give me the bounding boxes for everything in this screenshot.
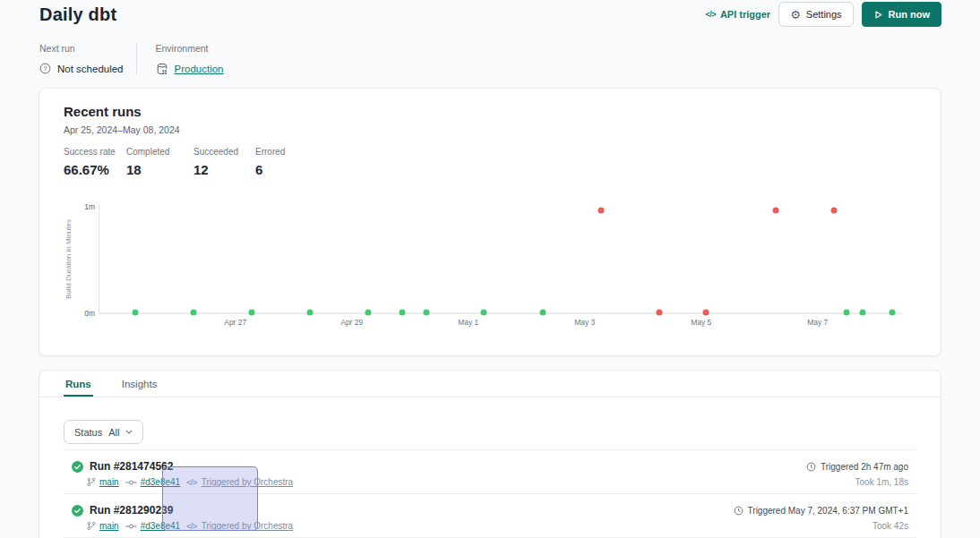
run-data-point-success[interactable] <box>306 309 313 315</box>
runs-card: Runs Insights Status All Run #281474562 <box>39 370 941 538</box>
recent-runs-card: Recent runs Apr 25, 2024–May 08, 2024 Su… <box>39 88 941 356</box>
run-row-left: Run #281474562 main <box>72 460 293 493</box>
run-data-point-success[interactable] <box>190 309 196 315</box>
y-tick-label: 1m <box>84 202 95 211</box>
triggered-time: Triggered 2h 47m ago <box>821 462 908 472</box>
job-meta: Next run ? Not scheduled Environment Pro… <box>39 43 236 75</box>
status-filter-value: All <box>108 427 119 438</box>
chevron-down-icon <box>125 430 133 434</box>
run-now-label: Run now <box>889 9 930 20</box>
trigger-source-link[interactable]: </> Triggered by Orchestra <box>186 477 293 487</box>
next-run-value-row: ? Not scheduled <box>39 63 124 74</box>
run-data-point-error[interactable] <box>772 207 778 213</box>
header-actions: </> API trigger ⚙ Settings Run now <box>705 2 941 27</box>
settings-label: Settings <box>806 9 842 20</box>
check-circle-icon <box>72 461 83 473</box>
code-icon: </> <box>186 478 197 487</box>
environment-label: Environment <box>156 43 224 54</box>
environment-value-row: Production <box>156 63 224 75</box>
run-data-point-success[interactable] <box>539 309 546 315</box>
svg-text:?: ? <box>44 65 47 72</box>
code-icon: </> <box>705 10 716 19</box>
x-tick-label: May 1 <box>458 318 478 327</box>
run-data-point-success[interactable] <box>859 309 865 315</box>
tab-insights[interactable]: Insights <box>120 371 159 397</box>
clock-icon <box>806 462 816 472</box>
stat-succeeded: Succeeded 12 <box>193 147 255 177</box>
run-data-point-success[interactable] <box>248 309 254 315</box>
run-data-point-success[interactable] <box>423 309 429 315</box>
gear-icon: ⚙ <box>790 9 801 21</box>
x-tick-label: May 5 <box>691 318 711 327</box>
run-stats: Success rate 66.67% Completed 18 Succeed… <box>64 147 318 177</box>
code-icon: </> <box>186 522 197 531</box>
chart-y-axis-label: Build Duration in Minutes <box>64 206 73 313</box>
y-tick-label: 0m <box>84 309 95 318</box>
run-data-point-success[interactable] <box>889 309 895 315</box>
run-row-right: Triggered 2h 47m ago Took 1m, 18s <box>806 460 908 493</box>
next-run-value: Not scheduled <box>57 64 124 74</box>
trigger-source-link[interactable]: </> Triggered by Orchestra <box>186 521 293 531</box>
branch-link[interactable]: main <box>99 521 119 531</box>
git-branch-icon <box>87 477 96 487</box>
chart-x-axis: Apr 27Apr 29May 1May 3May 5May 7 <box>99 318 927 329</box>
commit-link[interactable]: #d3e8e41 <box>141 521 181 531</box>
run-data-point-success[interactable] <box>365 309 371 315</box>
x-tick-label: Apr 27 <box>224 318 246 327</box>
run-data-point-success[interactable] <box>843 309 849 315</box>
job-page: Daily dbt </> API trigger ⚙ Settings Run… <box>0 0 980 538</box>
next-run-column: Next run ? Not scheduled <box>39 43 136 75</box>
commit-link[interactable]: #d3e8e41 <box>141 477 181 487</box>
settings-button[interactable]: ⚙ Settings <box>778 2 853 27</box>
stat-success-rate: Success rate 66.67% <box>64 147 126 177</box>
status-filter-dropdown[interactable]: Status All <box>64 420 143 444</box>
run-row[interactable]: Run #281474562 main <box>64 450 916 494</box>
run-data-point-error[interactable] <box>597 207 604 213</box>
recent-runs-title: Recent runs <box>64 104 142 119</box>
page-header: Daily dbt </> API trigger ⚙ Settings Run… <box>39 0 941 29</box>
run-row-right: Triggered May 7, 2024, 6:37 PM GMT+1 Too… <box>734 504 908 537</box>
clock-icon <box>734 506 744 516</box>
run-data-point-success[interactable] <box>400 309 406 315</box>
tab-bar: Runs Insights <box>39 371 941 397</box>
database-icon <box>156 63 168 75</box>
check-circle-icon <box>72 505 83 517</box>
run-data-point-error[interactable] <box>656 309 662 315</box>
chart-plot <box>99 200 927 313</box>
run-row[interactable]: Run #281290239 main <box>64 494 916 538</box>
play-icon <box>873 10 883 20</box>
chart-y-axis: 1m0m <box>75 200 95 313</box>
api-trigger-label: API trigger <box>720 9 770 20</box>
run-title: Run #281290239 <box>90 504 173 517</box>
y-axis-line <box>99 207 99 313</box>
run-duration: Took 42s <box>873 521 908 531</box>
x-tick-label: Apr 29 <box>340 318 363 327</box>
page-title: Daily dbt <box>39 4 116 25</box>
run-row-left: Run #281290239 main <box>72 504 293 537</box>
stat-completed: Completed 18 <box>126 147 193 177</box>
git-commit-icon <box>125 478 137 487</box>
run-data-point-success[interactable] <box>132 309 138 315</box>
run-duration: Took 1m, 18s <box>855 477 908 487</box>
stat-errored: Errored 6 <box>255 147 318 177</box>
run-data-point-error[interactable] <box>830 207 837 213</box>
environment-link[interactable]: Production <box>175 64 224 74</box>
next-run-label: Next run <box>39 43 124 54</box>
run-data-point-success[interactable] <box>480 309 486 315</box>
triggered-time: Triggered May 7, 2024, 6:37 PM GMT+1 <box>748 506 908 516</box>
run-title: Run #281474562 <box>90 460 173 473</box>
chart-baseline-line <box>99 312 902 314</box>
branch-link[interactable]: main <box>99 477 119 487</box>
environment-column: Environment Production <box>136 43 236 75</box>
run-data-point-error[interactable] <box>702 309 709 315</box>
question-circle-icon: ? <box>39 63 51 74</box>
run-now-button[interactable]: Run now <box>862 2 941 27</box>
api-trigger-link[interactable]: </> API trigger <box>705 9 770 20</box>
status-filter-label: Status <box>74 427 102 438</box>
git-branch-icon <box>87 521 96 531</box>
tab-runs[interactable]: Runs <box>64 371 93 397</box>
run-list: Run #281474562 main <box>64 449 916 538</box>
git-commit-icon <box>125 522 137 531</box>
x-tick-label: May 3 <box>574 318 595 327</box>
x-tick-label: May 7 <box>807 318 828 327</box>
